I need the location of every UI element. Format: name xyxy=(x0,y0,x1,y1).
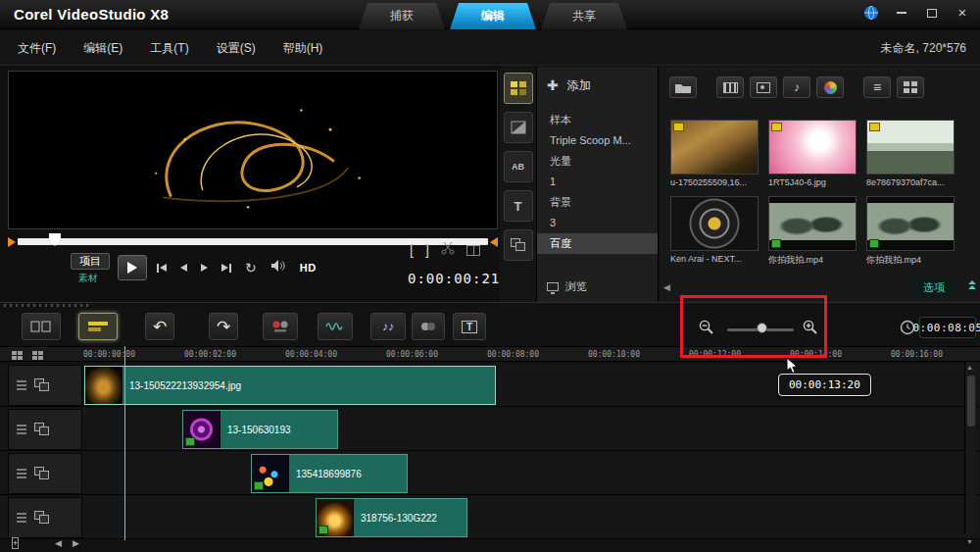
ruler-tick: 00:00:00:00 xyxy=(83,350,135,359)
add-folder-icon[interactable]: ✚ xyxy=(547,79,559,91)
folder-triple-scoop[interactable]: Triple Scoop M... xyxy=(537,130,658,151)
play-button[interactable] xyxy=(118,255,147,280)
go-to-start-button[interactable] xyxy=(157,264,167,273)
scroll-right-arrow[interactable]: ▶ xyxy=(73,538,79,548)
timeline-clip[interactable]: 13-150522213932954.jpg xyxy=(84,366,496,405)
overlay-graphic-icon[interactable] xyxy=(504,229,533,261)
filter-color-icon[interactable] xyxy=(816,76,844,98)
folder-samples[interactable]: 样本 xyxy=(537,110,658,130)
folder-background[interactable]: 背景 xyxy=(537,192,658,213)
go-to-end-button[interactable] xyxy=(221,264,231,273)
library-item-thumbnail[interactable] xyxy=(768,196,857,251)
globe-icon[interactable] xyxy=(863,5,879,21)
timeline-ruler[interactable]: 00:00:00:00 00:00:02:00 00:00:04:00 00:0… xyxy=(0,346,980,362)
auto-music-icon[interactable]: ♪♪ xyxy=(370,313,406,340)
subtitle-editor-icon[interactable]: T xyxy=(453,313,486,340)
repeat-button[interactable]: ↻ xyxy=(245,261,257,275)
timeline-clip[interactable]: 135418699876 xyxy=(251,454,408,493)
mark-out-handle[interactable] xyxy=(490,237,498,247)
folder-baidu[interactable]: 百度 xyxy=(537,233,658,254)
mouse-cursor xyxy=(786,357,799,379)
library-item-thumbnail[interactable] xyxy=(866,120,955,175)
enlarge-preview-icon[interactable] xyxy=(466,245,480,256)
track-options-icon[interactable] xyxy=(17,425,26,434)
add-track-icon[interactable]: + xyxy=(12,538,19,548)
browse-row[interactable]: 浏览 xyxy=(537,279,658,294)
list-view-icon[interactable]: ≡ xyxy=(863,76,891,98)
filter-video-icon[interactable] xyxy=(716,76,744,98)
library-item-thumbnail[interactable] xyxy=(670,196,759,251)
options-button[interactable]: 选项 xyxy=(911,278,956,297)
mark-in-handle[interactable] xyxy=(8,237,16,247)
timeline-vertical-scrollbar[interactable] xyxy=(964,362,976,534)
track-options-icon[interactable] xyxy=(17,380,26,390)
scrollbar-thumb[interactable] xyxy=(967,376,975,427)
library-item-thumbnail[interactable] xyxy=(768,120,857,175)
tab-edit[interactable]: 编辑 xyxy=(450,3,536,29)
mark-out-button[interactable]: ] xyxy=(425,242,429,258)
sound-mixer-icon[interactable] xyxy=(318,313,353,340)
timeline-view-button[interactable] xyxy=(78,313,118,340)
add-folder-label[interactable]: 添加 xyxy=(567,77,591,94)
preview-video xyxy=(8,71,498,229)
panel-splitter[interactable] xyxy=(4,304,88,307)
hd-button[interactable]: HD xyxy=(300,262,317,274)
library-panel: ♪ ≡ u-1750255509,16... 1RT5J40-6.jpg 8e7… xyxy=(660,67,980,302)
annotation-highlight-box xyxy=(680,295,827,358)
collapse-chevron-icon[interactable] xyxy=(968,280,976,289)
text-title-icon[interactable]: T xyxy=(504,190,533,222)
library-item-thumbnail[interactable] xyxy=(866,196,955,251)
close-button[interactable]: × xyxy=(955,5,970,21)
tab-share[interactable]: 共享 xyxy=(541,3,627,29)
library-item-thumbnail[interactable] xyxy=(670,120,759,175)
overlay-track-header[interactable] xyxy=(8,453,82,494)
volume-icon[interactable] xyxy=(270,259,286,276)
record-capture-icon[interactable] xyxy=(263,313,298,340)
track-options-icon[interactable] xyxy=(17,469,26,478)
track-manager-icon[interactable] xyxy=(12,351,23,360)
folder-glow[interactable]: 光量 xyxy=(537,151,658,172)
filter-audio-icon[interactable]: ♪ xyxy=(783,76,810,98)
project-mode-button[interactable]: 项目 xyxy=(71,253,110,270)
ruler-tick: 00:00:04:00 xyxy=(285,350,337,359)
ripple-edit-icon[interactable] xyxy=(32,351,43,360)
maximize-button[interactable] xyxy=(924,5,940,21)
timeline-clip[interactable]: 13-150630193 xyxy=(182,410,338,449)
menu-tools[interactable]: 工具(T) xyxy=(150,40,188,57)
library-scroll-left[interactable]: ◀ xyxy=(663,282,670,292)
folder-1[interactable]: 1 xyxy=(537,172,658,192)
transition-icon[interactable] xyxy=(504,112,533,143)
motion-tracking-icon[interactable] xyxy=(412,313,445,340)
previous-frame-button[interactable] xyxy=(180,264,187,272)
scroll-up-arrow[interactable]: ▲ xyxy=(966,364,973,371)
scroll-left-arrow[interactable]: ◀ xyxy=(55,538,62,548)
clip-mode-button[interactable]: 素材 xyxy=(71,272,110,285)
title-ab-icon[interactable]: AB xyxy=(504,151,533,182)
track-options-icon[interactable] xyxy=(17,513,26,523)
split-clip-icon[interactable] xyxy=(441,241,455,259)
filter-photo-icon[interactable] xyxy=(750,76,777,98)
redo-button[interactable]: ↷ xyxy=(209,313,238,340)
import-folder-icon[interactable] xyxy=(669,76,697,98)
menu-help[interactable]: 帮助(H) xyxy=(283,40,323,57)
minimize-button[interactable] xyxy=(894,5,909,21)
menu-settings[interactable]: 设置(S) xyxy=(217,40,256,57)
menu-file[interactable]: 文件(F) xyxy=(18,40,56,57)
clip-label: 318756-130G222 xyxy=(354,513,444,524)
folder-3[interactable]: 3 xyxy=(537,213,658,233)
mark-in-button[interactable]: [ xyxy=(410,242,414,258)
preview-art xyxy=(9,72,497,228)
grid-view-icon[interactable] xyxy=(897,76,924,98)
overlay-track-header[interactable] xyxy=(8,409,82,450)
storyboard-view-button[interactable] xyxy=(22,313,61,340)
tab-capture[interactable]: 捕获 xyxy=(359,3,445,29)
video-track-header[interactable] xyxy=(8,365,82,406)
media-library-icon[interactable] xyxy=(504,73,533,104)
timeline-clip[interactable]: 318756-130G222 xyxy=(316,498,467,537)
undo-button[interactable]: ↶ xyxy=(145,313,174,340)
playhead[interactable] xyxy=(124,346,125,540)
next-frame-button[interactable] xyxy=(201,264,208,272)
menu-edit[interactable]: 编辑(E) xyxy=(83,40,122,57)
browse-label: 浏览 xyxy=(565,279,587,294)
overlay-track-header[interactable] xyxy=(8,497,82,538)
